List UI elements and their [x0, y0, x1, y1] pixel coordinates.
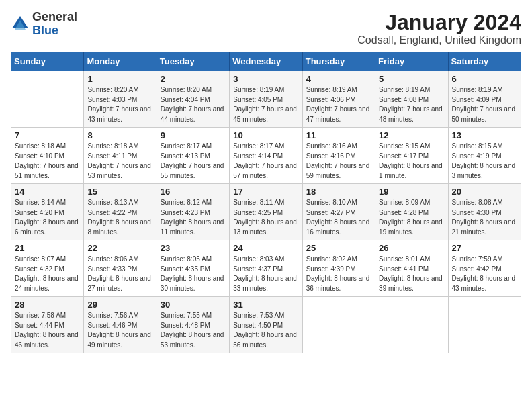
day-number: 4: [306, 74, 371, 84]
table-row: 21 Sunrise: 8:07 AMSunset: 4:32 PMDaylig…: [11, 240, 84, 297]
day-info: Sunrise: 8:10 AMSunset: 4:27 PMDaylight:…: [306, 198, 371, 237]
day-info: Sunrise: 8:18 AMSunset: 4:11 PMDaylight:…: [87, 142, 152, 181]
day-number: 8: [87, 130, 152, 140]
day-number: 12: [379, 130, 444, 140]
table-row: 12 Sunrise: 8:15 AMSunset: 4:17 PMDaylig…: [375, 128, 448, 184]
table-row: 23 Sunrise: 8:05 AMSunset: 4:35 PMDaylig…: [157, 240, 229, 297]
day-info: Sunrise: 8:06 AMSunset: 4:33 PMDaylight:…: [87, 255, 152, 293]
table-row: 10 Sunrise: 8:17 AMSunset: 4:14 PMDaylig…: [230, 128, 302, 184]
table-row: 8 Sunrise: 8:18 AMSunset: 4:11 PMDayligh…: [84, 128, 157, 184]
day-info: Sunrise: 7:59 AMSunset: 4:42 PMDaylight:…: [452, 255, 517, 293]
day-number: 13: [452, 130, 517, 140]
day-number: 22: [87, 243, 152, 253]
table-row: [448, 297, 521, 353]
table-row: 2 Sunrise: 8:20 AMSunset: 4:04 PMDayligh…: [157, 71, 229, 128]
day-number: 17: [233, 187, 298, 197]
day-info: Sunrise: 8:07 AMSunset: 4:32 PMDaylight:…: [15, 255, 80, 293]
day-number: 7: [15, 130, 80, 140]
table-row: 30 Sunrise: 7:55 AMSunset: 4:48 PMDaylig…: [157, 297, 229, 353]
table-row: 15 Sunrise: 8:13 AMSunset: 4:22 PMDaylig…: [84, 184, 157, 240]
day-info: Sunrise: 8:03 AMSunset: 4:37 PMDaylight:…: [233, 255, 298, 293]
calendar-table: Sunday Monday Tuesday Wednesday Thursday…: [11, 52, 521, 353]
day-info: Sunrise: 8:13 AMSunset: 4:22 PMDaylight:…: [87, 198, 152, 237]
table-row: 31 Sunrise: 7:53 AMSunset: 4:50 PMDaylig…: [230, 297, 302, 353]
day-number: 1: [87, 74, 152, 84]
day-info: Sunrise: 8:19 AMSunset: 4:09 PMDaylight:…: [452, 85, 517, 124]
day-number: 3: [233, 74, 298, 84]
header-friday: Friday: [375, 52, 448, 71]
table-row: 28 Sunrise: 7:58 AMSunset: 4:44 PMDaylig…: [11, 297, 84, 353]
day-info: Sunrise: 7:53 AMSunset: 4:50 PMDaylight:…: [233, 311, 298, 350]
header-tuesday: Tuesday: [157, 52, 229, 71]
day-info: Sunrise: 8:12 AMSunset: 4:23 PMDaylight:…: [161, 198, 226, 237]
table-row: 6 Sunrise: 8:19 AMSunset: 4:09 PMDayligh…: [448, 71, 521, 128]
logo-blue-text: Blue: [32, 24, 58, 37]
day-number: 18: [306, 187, 371, 197]
day-number: 31: [233, 300, 298, 310]
header-wednesday: Wednesday: [230, 52, 302, 71]
calendar-week-row: 1 Sunrise: 8:20 AMSunset: 4:03 PMDayligh…: [11, 71, 521, 128]
table-row: 5 Sunrise: 8:19 AMSunset: 4:08 PMDayligh…: [375, 71, 448, 128]
day-number: 5: [379, 74, 444, 84]
day-number: 11: [306, 130, 371, 140]
table-row: 7 Sunrise: 8:18 AMSunset: 4:10 PMDayligh…: [11, 128, 84, 184]
day-number: 27: [452, 243, 517, 253]
table-row: 17 Sunrise: 8:11 AMSunset: 4:25 PMDaylig…: [230, 184, 302, 240]
day-number: 16: [161, 187, 226, 197]
table-row: 20 Sunrise: 8:08 AMSunset: 4:30 PMDaylig…: [448, 184, 521, 240]
table-row: 16 Sunrise: 8:12 AMSunset: 4:23 PMDaylig…: [157, 184, 229, 240]
calendar-week-row: 14 Sunrise: 8:14 AMSunset: 4:20 PMDaylig…: [11, 184, 521, 240]
table-row: 4 Sunrise: 8:19 AMSunset: 4:06 PMDayligh…: [302, 71, 375, 128]
day-number: 19: [379, 187, 444, 197]
table-row: 24 Sunrise: 8:03 AMSunset: 4:37 PMDaylig…: [230, 240, 302, 297]
day-info: Sunrise: 8:01 AMSunset: 4:41 PMDaylight:…: [379, 255, 444, 293]
month-title: January 2024: [357, 11, 521, 34]
day-info: Sunrise: 8:19 AMSunset: 4:05 PMDaylight:…: [233, 85, 298, 124]
day-info: Sunrise: 8:08 AMSunset: 4:30 PMDaylight:…: [452, 198, 517, 237]
day-number: 24: [233, 243, 298, 253]
table-row: 22 Sunrise: 8:06 AMSunset: 4:33 PMDaylig…: [84, 240, 157, 297]
day-info: Sunrise: 8:16 AMSunset: 4:16 PMDaylight:…: [306, 142, 371, 181]
day-number: 30: [161, 300, 226, 310]
day-info: Sunrise: 8:14 AMSunset: 4:20 PMDaylight:…: [15, 198, 80, 237]
calendar-week-row: 28 Sunrise: 7:58 AMSunset: 4:44 PMDaylig…: [11, 297, 521, 353]
day-info: Sunrise: 8:02 AMSunset: 4:39 PMDaylight:…: [306, 255, 371, 293]
logo-general-text: General: [32, 10, 77, 24]
day-info: Sunrise: 8:05 AMSunset: 4:35 PMDaylight:…: [161, 255, 226, 293]
table-row: 3 Sunrise: 8:19 AMSunset: 4:05 PMDayligh…: [230, 71, 302, 128]
day-info: Sunrise: 8:09 AMSunset: 4:28 PMDaylight:…: [379, 198, 444, 237]
day-number: 14: [15, 187, 80, 197]
day-number: 9: [161, 130, 226, 140]
day-number: 29: [87, 300, 152, 310]
day-number: 6: [452, 74, 517, 84]
table-row: 25 Sunrise: 8:02 AMSunset: 4:39 PMDaylig…: [302, 240, 375, 297]
table-row: [11, 71, 84, 128]
table-row: 29 Sunrise: 7:56 AMSunset: 4:46 PMDaylig…: [84, 297, 157, 353]
table-row: 27 Sunrise: 7:59 AMSunset: 4:42 PMDaylig…: [448, 240, 521, 297]
day-number: 20: [452, 187, 517, 197]
header: General Blue January 2024 Codsall, Engla…: [11, 11, 521, 46]
day-number: 23: [161, 243, 226, 253]
calendar-header-row: Sunday Monday Tuesday Wednesday Thursday…: [11, 52, 521, 71]
logo-icon: [11, 15, 30, 34]
header-saturday: Saturday: [448, 52, 521, 71]
day-number: 28: [15, 300, 80, 310]
day-info: Sunrise: 8:17 AMSunset: 4:14 PMDaylight:…: [233, 142, 298, 181]
header-thursday: Thursday: [302, 52, 375, 71]
day-info: Sunrise: 8:15 AMSunset: 4:19 PMDaylight:…: [452, 142, 517, 181]
logo: General Blue: [11, 11, 77, 38]
day-number: 25: [306, 243, 371, 253]
day-info: Sunrise: 8:19 AMSunset: 4:06 PMDaylight:…: [306, 85, 371, 124]
table-row: 14 Sunrise: 8:14 AMSunset: 4:20 PMDaylig…: [11, 184, 84, 240]
table-row: 26 Sunrise: 8:01 AMSunset: 4:41 PMDaylig…: [375, 240, 448, 297]
day-info: Sunrise: 8:11 AMSunset: 4:25 PMDaylight:…: [233, 198, 298, 237]
day-info: Sunrise: 8:17 AMSunset: 4:13 PMDaylight:…: [161, 142, 226, 181]
table-row: 11 Sunrise: 8:16 AMSunset: 4:16 PMDaylig…: [302, 128, 375, 184]
day-info: Sunrise: 7:56 AMSunset: 4:46 PMDaylight:…: [87, 311, 152, 350]
day-info: Sunrise: 8:18 AMSunset: 4:10 PMDaylight:…: [15, 142, 80, 181]
calendar-week-row: 7 Sunrise: 8:18 AMSunset: 4:10 PMDayligh…: [11, 128, 521, 184]
table-row: 13 Sunrise: 8:15 AMSunset: 4:19 PMDaylig…: [448, 128, 521, 184]
table-row: 1 Sunrise: 8:20 AMSunset: 4:03 PMDayligh…: [84, 71, 157, 128]
location-title: Codsall, England, United Kingdom: [357, 34, 521, 46]
header-sunday: Sunday: [11, 52, 84, 71]
